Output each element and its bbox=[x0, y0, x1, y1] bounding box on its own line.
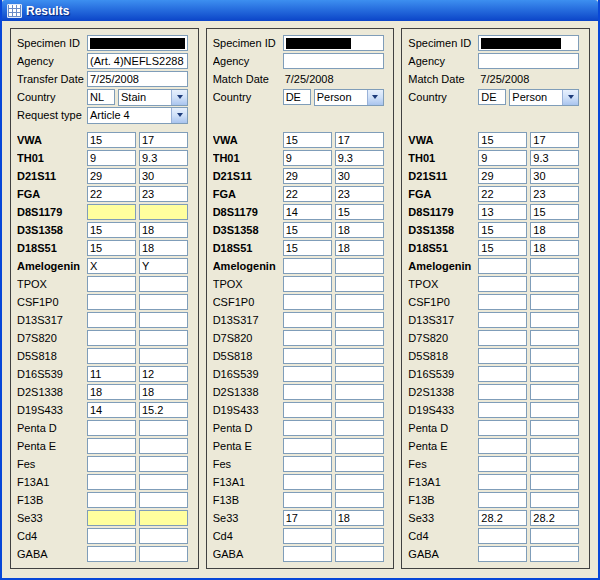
dropdown-button[interactable] bbox=[171, 90, 187, 105]
allele-1-input[interactable] bbox=[87, 474, 136, 490]
allele-1-input[interactable] bbox=[478, 366, 527, 382]
allele-2-input[interactable] bbox=[139, 492, 188, 508]
allele-1-input[interactable] bbox=[478, 330, 527, 346]
allele-2-input[interactable]: 30 bbox=[530, 168, 579, 184]
allele-2-input[interactable]: 18 bbox=[530, 240, 579, 256]
allele-2-input[interactable] bbox=[139, 456, 188, 472]
allele-2-input[interactable] bbox=[530, 384, 579, 400]
allele-2-input[interactable] bbox=[139, 348, 188, 364]
allele-2-input[interactable] bbox=[530, 492, 579, 508]
allele-1-input[interactable] bbox=[283, 474, 332, 490]
country-type-dropdown[interactable]: Person bbox=[314, 89, 384, 106]
allele-1-input[interactable] bbox=[478, 546, 527, 562]
allele-2-input[interactable]: 23 bbox=[530, 186, 579, 202]
allele-2-input[interactable]: 17 bbox=[530, 132, 579, 148]
allele-1-input[interactable]: 22 bbox=[478, 186, 527, 202]
allele-2-input[interactable] bbox=[139, 330, 188, 346]
allele-2-input[interactable] bbox=[335, 492, 384, 508]
country-code-input[interactable]: DE bbox=[478, 89, 506, 105]
allele-1-input[interactable] bbox=[283, 294, 332, 310]
allele-2-input[interactable] bbox=[530, 438, 579, 454]
allele-1-input[interactable] bbox=[283, 348, 332, 364]
allele-2-input[interactable] bbox=[139, 546, 188, 562]
allele-1-input[interactable] bbox=[478, 294, 527, 310]
transfer-date-input[interactable]: 7/25/2008 bbox=[87, 71, 188, 87]
allele-1-input[interactable] bbox=[283, 456, 332, 472]
allele-1-input[interactable] bbox=[283, 330, 332, 346]
allele-2-input[interactable]: 18 bbox=[139, 222, 188, 238]
allele-2-input[interactable] bbox=[335, 456, 384, 472]
allele-1-input[interactable]: 15 bbox=[283, 222, 332, 238]
allele-1-input[interactable] bbox=[87, 204, 136, 220]
allele-2-input[interactable] bbox=[530, 330, 579, 346]
allele-2-input[interactable] bbox=[530, 402, 579, 418]
allele-2-input[interactable]: 30 bbox=[139, 168, 188, 184]
request-type-dropdown[interactable]: Article 4 bbox=[87, 107, 188, 124]
allele-2-input[interactable]: 28.2 bbox=[530, 510, 579, 526]
allele-1-input[interactable]: 9 bbox=[478, 150, 527, 166]
agency-input[interactable]: (Art. 4)NEFLS2288 bbox=[87, 53, 188, 69]
specimen-id-input[interactable] bbox=[283, 35, 384, 51]
allele-1-input[interactable] bbox=[478, 348, 527, 364]
allele-1-input[interactable] bbox=[87, 492, 136, 508]
allele-2-input[interactable]: 30 bbox=[335, 168, 384, 184]
allele-2-input[interactable] bbox=[139, 510, 188, 526]
allele-2-input[interactable] bbox=[335, 276, 384, 292]
allele-1-input[interactable] bbox=[283, 402, 332, 418]
allele-1-input[interactable] bbox=[87, 528, 136, 544]
allele-1-input[interactable] bbox=[87, 420, 136, 436]
allele-1-input[interactable] bbox=[283, 312, 332, 328]
allele-2-input[interactable] bbox=[139, 312, 188, 328]
allele-1-input[interactable]: 29 bbox=[283, 168, 332, 184]
allele-2-input[interactable] bbox=[139, 420, 188, 436]
agency-input[interactable] bbox=[478, 53, 579, 69]
allele-2-input[interactable]: 18 bbox=[530, 222, 579, 238]
allele-1-input[interactable] bbox=[87, 312, 136, 328]
allele-2-input[interactable] bbox=[335, 474, 384, 490]
allele-1-input[interactable] bbox=[478, 384, 527, 400]
allele-1-input[interactable]: 15 bbox=[478, 240, 527, 256]
allele-1-input[interactable] bbox=[87, 510, 136, 526]
allele-1-input[interactable]: 15 bbox=[87, 240, 136, 256]
allele-1-input[interactable]: 9 bbox=[283, 150, 332, 166]
allele-1-input[interactable] bbox=[478, 438, 527, 454]
allele-2-input[interactable] bbox=[335, 330, 384, 346]
allele-2-input[interactable]: 18 bbox=[139, 240, 188, 256]
allele-2-input[interactable]: 18 bbox=[335, 222, 384, 238]
allele-1-input[interactable] bbox=[478, 528, 527, 544]
allele-1-input[interactable]: 15 bbox=[87, 132, 136, 148]
titlebar[interactable]: Results bbox=[2, 0, 598, 21]
allele-1-input[interactable] bbox=[283, 546, 332, 562]
allele-1-input[interactable] bbox=[478, 402, 527, 418]
allele-2-input[interactable]: 15 bbox=[530, 204, 579, 220]
allele-1-input[interactable]: 15 bbox=[283, 240, 332, 256]
allele-2-input[interactable]: 15.2 bbox=[139, 402, 188, 418]
allele-1-input[interactable]: 15 bbox=[478, 132, 527, 148]
allele-1-input[interactable] bbox=[283, 420, 332, 436]
allele-2-input[interactable] bbox=[335, 294, 384, 310]
allele-1-input[interactable] bbox=[87, 546, 136, 562]
allele-1-input[interactable]: 29 bbox=[87, 168, 136, 184]
allele-1-input[interactable]: 18 bbox=[87, 384, 136, 400]
allele-1-input[interactable] bbox=[283, 492, 332, 508]
allele-2-input[interactable]: 23 bbox=[139, 186, 188, 202]
allele-2-input[interactable] bbox=[335, 438, 384, 454]
allele-2-input[interactable]: 17 bbox=[139, 132, 188, 148]
allele-2-input[interactable]: 17 bbox=[335, 132, 384, 148]
allele-2-input[interactable] bbox=[335, 402, 384, 418]
allele-1-input[interactable]: 14 bbox=[87, 402, 136, 418]
agency-input[interactable] bbox=[283, 53, 384, 69]
allele-2-input[interactable]: 18 bbox=[335, 510, 384, 526]
allele-1-input[interactable] bbox=[283, 276, 332, 292]
allele-1-input[interactable]: 13 bbox=[478, 204, 527, 220]
allele-1-input[interactable]: 15 bbox=[87, 222, 136, 238]
allele-2-input[interactable] bbox=[530, 294, 579, 310]
allele-2-input[interactable]: Y bbox=[139, 258, 188, 274]
allele-1-input[interactable] bbox=[478, 312, 527, 328]
allele-1-input[interactable] bbox=[283, 384, 332, 400]
allele-1-input[interactable]: 17 bbox=[283, 510, 332, 526]
allele-2-input[interactable] bbox=[335, 258, 384, 274]
allele-1-input[interactable] bbox=[283, 366, 332, 382]
dropdown-button[interactable] bbox=[171, 108, 187, 123]
allele-2-input[interactable] bbox=[139, 294, 188, 310]
